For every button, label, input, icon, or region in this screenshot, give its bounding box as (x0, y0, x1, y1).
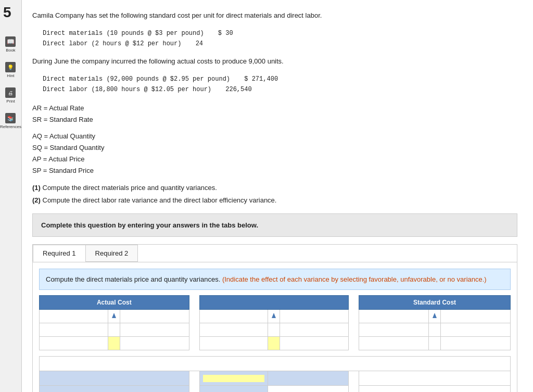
actual-cost-value-1: $ 271,400 (244, 75, 278, 83)
tab1-content: Compute the direct materials price and q… (33, 262, 517, 392)
total-mid-1 (199, 337, 268, 350)
mid-input-2[interactable] (283, 313, 345, 320)
abbr-sq: SQ = Standard Quantity (32, 142, 517, 154)
ac2-cell-1 (40, 323, 108, 337)
print-icon: 🖨 (5, 87, 16, 98)
variance-input-2[interactable] (43, 389, 186, 392)
question-instruction: Compute the direct materials price and q… (39, 269, 511, 290)
variance-type-1[interactable] (271, 375, 345, 382)
triangle-icon-1 (111, 312, 117, 319)
ac-input-1[interactable] (43, 313, 105, 320)
tab-required-1[interactable]: Required 1 (33, 245, 86, 262)
mid2-input-2[interactable] (283, 326, 345, 334)
total-mid-yellow (268, 337, 280, 350)
variance-row-1 (40, 371, 511, 386)
variance-amount-1[interactable] (203, 375, 265, 382)
abbr-ap: AP = Actual Price (32, 154, 517, 165)
mid2-input-1[interactable] (203, 326, 265, 334)
mid2-cell-1 (199, 323, 268, 337)
total-sc-3 (441, 337, 511, 350)
standard-cost-label-1: Direct materials (10 pounds @ $3 per pou… (43, 30, 204, 37)
variance-white-2 (199, 386, 268, 392)
variance-table-wrapper: Actual Cost Standard Cost (39, 295, 511, 392)
variance-input-1[interactable] (43, 375, 186, 382)
actual-cost-header: Actual Cost (40, 296, 189, 310)
instruction-dynamic: (Indicate the effect of each variance by… (222, 275, 487, 283)
table-row (40, 310, 511, 323)
sc2-cell-3 (441, 323, 511, 337)
sidebar-item-hint[interactable]: 💡 Hint (5, 62, 16, 78)
sidebar-label-book: Book (6, 48, 15, 53)
sc2-input-1[interactable] (362, 326, 425, 334)
ac-cell-1 (40, 310, 108, 323)
sc-input-2[interactable] (444, 313, 507, 320)
abbreviations-block: AR = Actual Rate SR = Standard Rate (32, 103, 517, 125)
tab-required-2[interactable]: Required 2 (85, 245, 138, 262)
ac-cell-3 (120, 310, 189, 323)
middle-header (199, 296, 349, 310)
instruction-static: Compute the direct materials price and q… (46, 275, 222, 283)
actual-cost-row-2: Direct labor (18,800 hours @ $12.05 per … (43, 84, 517, 95)
table-row-totals (40, 337, 511, 350)
standard-cost-label-2: Direct labor (2 hours @ $12 per hour) (43, 40, 181, 47)
variance-row-2 (40, 386, 511, 392)
ac-cell-2 (108, 310, 120, 323)
intro-paragraph: Camila Company has set the following sta… (32, 10, 517, 21)
ac2-input-2[interactable] (123, 326, 185, 334)
abbr-sr: SR = Standard Rate (32, 114, 517, 125)
svg-marker-0 (112, 313, 116, 318)
mid-input-1[interactable] (203, 313, 265, 320)
total-sc-2 (429, 337, 441, 350)
actual-cost-label-1: Direct materials (92,000 pounds @ $2.95 … (43, 75, 230, 83)
questions-block: (1) Compute the direct materials price a… (32, 182, 517, 206)
variance-val-2[interactable] (271, 389, 345, 392)
actual-intro: During June the company incurred the fol… (32, 56, 517, 67)
triangle-icon-2 (271, 312, 276, 319)
variance-empty-1 (359, 371, 511, 386)
sidebar-item-print[interactable]: 🖨 Print (5, 87, 16, 104)
sc2-cell-1 (359, 323, 429, 337)
sc2-input-2[interactable] (444, 326, 507, 334)
variance-label-1 (40, 371, 189, 386)
abbr-sp: SP = Standard Price (32, 165, 517, 176)
total-mid-2 (280, 337, 349, 350)
standard-cost-value-1: $ 30 (218, 30, 233, 37)
complete-box: Complete this question by entering your … (32, 213, 517, 237)
sc-cell-2 (429, 310, 441, 323)
hint-icon: 💡 (5, 62, 16, 72)
sc2-cell-2 (429, 323, 441, 337)
sc-cell-1 (359, 310, 429, 323)
sidebar-item-book[interactable]: 📖 Book (5, 36, 16, 53)
question-2: (2) Compute the direct labor rate varian… (32, 194, 517, 206)
quantity-abbreviations-block: AQ = Actual Quantity SQ = Standard Quant… (32, 131, 517, 176)
section-cell (40, 357, 511, 371)
tabs-header: Required 1 Required 2 (33, 245, 517, 262)
mid-cell-2 (268, 310, 280, 323)
ac2-cell-2 (108, 323, 120, 337)
ac2-input-1[interactable] (43, 326, 105, 334)
variance-yellow-1 (199, 371, 268, 386)
standard-cost-header: Standard Cost (359, 296, 511, 310)
sidebar-item-references[interactable]: 📚 References (0, 113, 21, 129)
triangle-icon-3 (432, 312, 437, 319)
ac-input-2[interactable] (123, 313, 185, 320)
sc-input-1[interactable] (362, 313, 425, 320)
question-1: (1) Compute the direct materials price a… (32, 182, 517, 194)
variance-select-1 (268, 371, 349, 386)
variance-table: Actual Cost Standard Cost (39, 295, 511, 392)
svg-marker-1 (272, 313, 276, 318)
mid2-cell-2 (268, 323, 280, 337)
actual-cost-table: Direct materials (92,000 pounds @ $2.95 … (43, 74, 517, 95)
abbr-ar: AR = Actual Rate (32, 103, 517, 114)
sidebar-label-print: Print (6, 99, 15, 104)
actual-cost-label-2: Direct labor (18,800 hours @ $12.05 per … (43, 86, 211, 93)
spacer-row (40, 350, 511, 357)
variance-empty-3 (359, 386, 511, 392)
page-number: 5 (3, 4, 11, 21)
left-sidebar: 5 📖 Book 💡 Hint 🖨 Print 📚 References (0, 0, 22, 392)
svg-marker-2 (433, 313, 437, 318)
mid2-cell-3 (280, 323, 349, 337)
tabs-container: Required 1 Required 2 Compute the direct… (32, 244, 517, 392)
mid-cell-1 (199, 310, 268, 323)
variance-empty-2 (268, 386, 349, 392)
